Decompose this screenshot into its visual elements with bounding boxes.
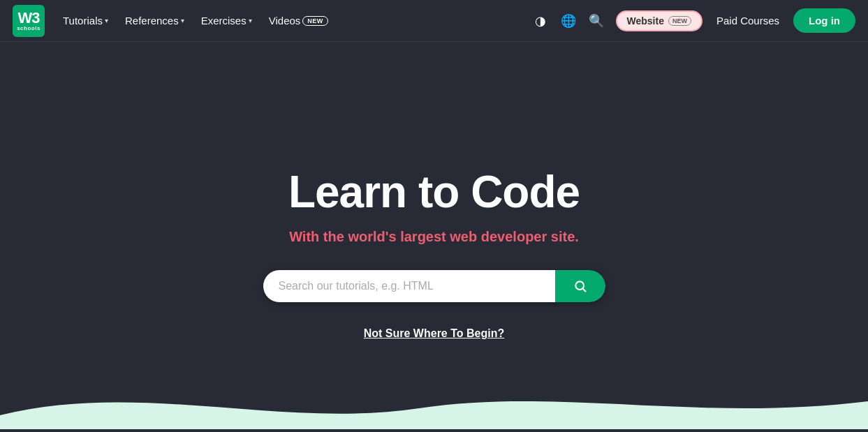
search-nav-button[interactable]: 🔍 xyxy=(584,8,609,33)
language-button[interactable]: 🌐 xyxy=(556,8,581,33)
globe-icon: 🌐 xyxy=(561,13,576,29)
not-sure-link[interactable]: Not Sure Where To Begin? xyxy=(364,327,504,340)
logo-schools: schools xyxy=(17,26,41,31)
website-button[interactable]: Website NEW xyxy=(616,10,703,31)
wave-decoration xyxy=(0,373,868,429)
nav-references[interactable]: References ▾ xyxy=(118,9,191,32)
search-button[interactable] xyxy=(555,270,605,302)
logo[interactable]: W3 schools xyxy=(13,5,45,37)
exercises-chevron-icon: ▾ xyxy=(249,17,252,24)
references-chevron-icon: ▾ xyxy=(181,17,184,24)
tutorials-label: Tutorials xyxy=(63,15,103,27)
nav-tutorials[interactable]: Tutorials ▾ xyxy=(56,9,115,32)
paid-courses-button[interactable]: Paid Courses xyxy=(709,9,786,32)
search-bar xyxy=(263,270,605,302)
search-input[interactable] xyxy=(263,270,555,302)
tutorials-chevron-icon: ▾ xyxy=(105,17,108,24)
search-icon xyxy=(573,279,587,293)
website-label: Website xyxy=(627,15,664,27)
search-nav-icon: 🔍 xyxy=(589,13,604,29)
hero-heading: Learn to Code xyxy=(288,166,580,218)
website-new-badge: NEW xyxy=(668,16,691,26)
hero-section: Learn to Code With the world's largest w… xyxy=(0,42,868,429)
navbar: W3 schools Tutorials ▾ References ▾ Exer… xyxy=(0,0,868,42)
nav-videos[interactable]: Videos NEW xyxy=(262,9,335,32)
references-label: References xyxy=(125,15,179,27)
logo-w3: W3 xyxy=(18,10,40,26)
exercises-label: Exercises xyxy=(201,15,247,27)
login-button[interactable]: Log in xyxy=(793,8,855,33)
theme-icon: ◑ xyxy=(535,13,546,29)
nav-exercises[interactable]: Exercises ▾ xyxy=(194,9,259,32)
hero-subtitle: With the world's largest web developer s… xyxy=(289,229,579,245)
videos-label: Videos xyxy=(269,15,301,27)
videos-new-badge: NEW xyxy=(302,16,328,26)
theme-toggle-button[interactable]: ◑ xyxy=(528,8,553,33)
svg-line-1 xyxy=(582,289,585,292)
